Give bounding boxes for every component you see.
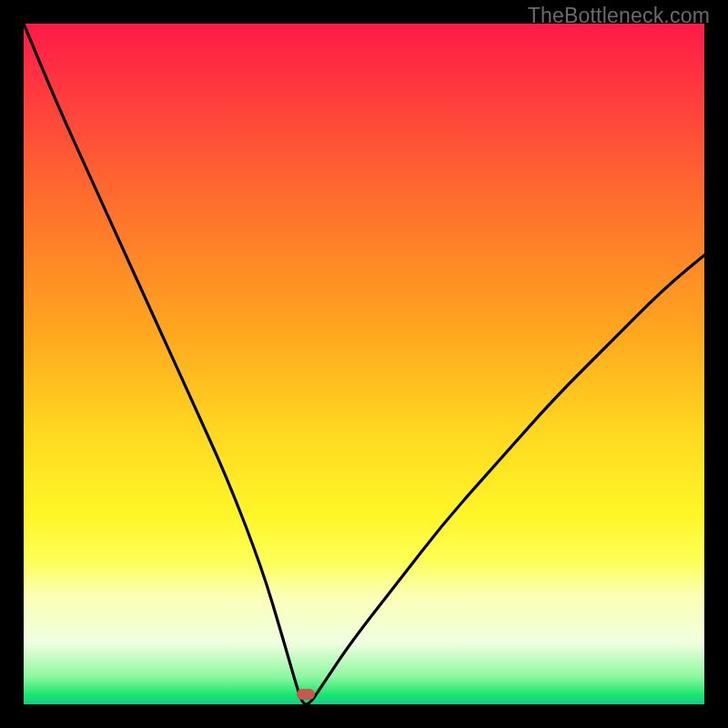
plot-area (24, 24, 704, 704)
bottleneck-curve (24, 24, 704, 704)
chart-frame: TheBottleneck.com (0, 0, 728, 728)
optimal-marker (297, 689, 315, 700)
watermark-text: TheBottleneck.com (528, 4, 710, 28)
